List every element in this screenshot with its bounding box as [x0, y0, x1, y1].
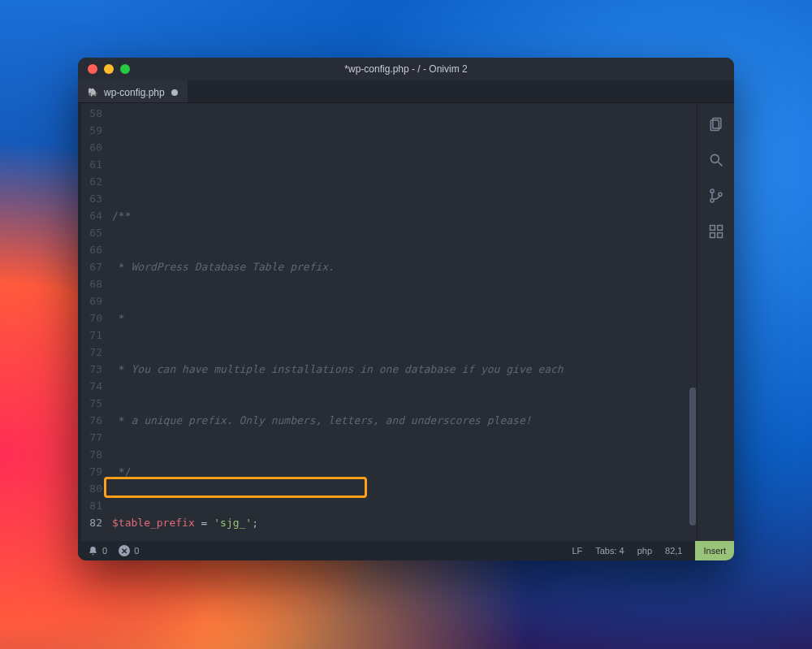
bell-icon: [88, 546, 98, 556]
line-number: 79: [81, 463, 102, 480]
code-line: * WordPress Database Table prefix.: [112, 258, 689, 275]
status-left: 0 ✕ 0: [78, 545, 139, 556]
svg-point-4: [710, 189, 713, 193]
line-number: 67: [81, 258, 102, 275]
svg-point-5: [710, 199, 713, 202]
code-line: [112, 156, 689, 173]
minimize-button[interactable]: [104, 64, 114, 74]
svg-line-3: [718, 162, 722, 167]
window-title: *wp-config.php - / - Onivim 2: [78, 63, 734, 75]
line-number: 64: [81, 207, 102, 224]
source-control-icon[interactable]: [706, 186, 726, 206]
svg-rect-7: [710, 226, 715, 231]
svg-rect-8: [717, 226, 722, 231]
maximize-button[interactable]: [120, 64, 130, 74]
php-file-icon: 🐘: [88, 88, 97, 97]
line-number: 74: [81, 378, 102, 395]
code-area[interactable]: /** * WordPress Database Table prefix. *…: [107, 103, 689, 541]
line-ending-status[interactable]: LF: [572, 546, 582, 556]
traffic-lights: [88, 64, 130, 74]
svg-rect-9: [710, 233, 715, 238]
editor-window: *wp-config.php - / - Onivim 2 🐘 wp-confi…: [78, 58, 734, 560]
activity-bar: [697, 103, 734, 541]
line-number: 59: [81, 122, 102, 139]
tab-bar: 🐘 wp-config.php: [78, 80, 734, 103]
notifications-status[interactable]: 0: [88, 546, 107, 556]
highlight-annotation: [104, 477, 367, 498]
line-number: 66: [81, 241, 102, 258]
code-line: *: [112, 309, 689, 327]
line-number-gutter: 58 59 60 61 62 63 64 65 66 67 68 69 70 7…: [81, 103, 107, 541]
svg-point-2: [710, 154, 719, 162]
errors-status[interactable]: ✕ 0: [119, 545, 139, 556]
notification-count: 0: [102, 546, 107, 556]
line-number: 62: [81, 173, 102, 190]
line-number: 81: [81, 497, 102, 514]
code-line: $table_prefix = 'sjg_';: [112, 514, 689, 531]
error-count: 0: [134, 546, 139, 556]
line-number: 61: [81, 156, 102, 173]
error-icon: ✕: [119, 545, 130, 556]
line-number: 80: [81, 480, 102, 497]
editor-main: 58 59 60 61 62 63 64 65 66 67 68 69 70 7…: [78, 103, 734, 541]
line-number: 77: [81, 429, 102, 446]
line-number: 75: [81, 395, 102, 412]
line-number: 78: [81, 446, 102, 463]
code-line: * a unique prefix. Only numbers, letters…: [112, 412, 689, 429]
dirty-indicator-icon: [171, 89, 178, 96]
mode-indicator[interactable]: Insert: [695, 541, 734, 560]
vertical-scrollbar[interactable]: [689, 103, 697, 541]
code-line: * You can have multiple installations in…: [112, 361, 689, 378]
line-number: 65: [81, 224, 102, 241]
close-button[interactable]: [88, 64, 97, 74]
line-number: 70: [81, 309, 102, 327]
status-right: LF Tabs: 4 php 82,1 Insert: [572, 541, 734, 560]
line-number: 76: [81, 412, 102, 429]
line-number: 73: [81, 361, 102, 378]
line-number: 82: [81, 514, 102, 531]
svg-point-6: [718, 193, 721, 196]
line-number: 72: [81, 344, 102, 361]
line-number: 69: [81, 292, 102, 309]
language-status[interactable]: php: [637, 546, 652, 556]
extensions-icon[interactable]: [706, 222, 726, 241]
status-bar: 0 ✕ 0 LF Tabs: 4 php 82,1 Insert: [78, 541, 734, 560]
line-number: 60: [81, 139, 102, 156]
tab-size-status[interactable]: Tabs: 4: [595, 546, 624, 556]
cursor-position-status[interactable]: 82,1: [665, 546, 682, 556]
search-icon[interactable]: [706, 150, 726, 170]
tab-wp-config[interactable]: 🐘 wp-config.php: [78, 80, 188, 102]
files-icon[interactable]: [706, 115, 726, 134]
code-line: /**: [112, 207, 689, 224]
svg-rect-10: [717, 233, 722, 238]
tab-label: wp-config.php: [104, 87, 165, 98]
line-number: 68: [81, 275, 102, 292]
line-number: 63: [81, 190, 102, 207]
code-line: */: [112, 463, 689, 480]
scroll-thumb[interactable]: [689, 387, 696, 526]
window-titlebar[interactable]: *wp-config.php - / - Onivim 2: [78, 58, 734, 80]
code-editor[interactable]: 58 59 60 61 62 63 64 65 66 67 68 69 70 7…: [81, 103, 697, 541]
line-number: 58: [81, 105, 102, 122]
line-number: 71: [81, 327, 102, 344]
